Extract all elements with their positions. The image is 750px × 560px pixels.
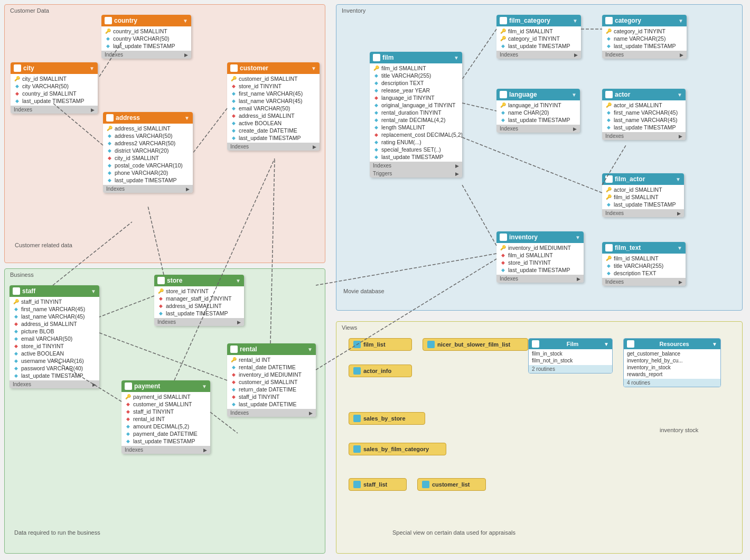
country-arrow[interactable]: ▼	[183, 18, 188, 24]
field-row: 🔑 staff_id TINYINT	[10, 298, 99, 305]
entity-film-actor[interactable]: film_actor ▼ 🔑 actor_id SMALLINT 🔑 film_…	[602, 173, 684, 217]
category-indexes[interactable]: Indexes ▶	[602, 51, 687, 59]
view-staff-list[interactable]: staff_list	[349, 478, 407, 491]
view-actor-info[interactable]: actor_info	[349, 365, 412, 377]
field-row: ◆ active BOOLEAN	[227, 119, 320, 127]
country-indexes[interactable]: Indexes ▶	[101, 51, 191, 59]
view-sales-by-store[interactable]: sales_by_store	[349, 412, 425, 425]
film-text-indexes[interactable]: Indexes ▶	[602, 278, 686, 286]
key-icon: 🔑	[106, 125, 112, 132]
field-row: ◆ last_name VARCHAR(45)	[10, 313, 99, 320]
field-row: ◆ last_update TIMESTAMP	[227, 134, 320, 142]
film-triggers[interactable]: Triggers ▶	[370, 170, 462, 178]
field-row: ◆ last_name VARCHAR(45)	[602, 116, 686, 124]
film-category-arrow[interactable]: ▼	[573, 18, 578, 24]
view-nicer-film-list[interactable]: nicer_but_slower_film_list	[423, 338, 528, 351]
language-arrow[interactable]: ▼	[571, 92, 577, 98]
diamond-icon: ◆	[14, 98, 20, 104]
key-icon: 🔑	[500, 245, 506, 251]
city-indexes[interactable]: Indexes ▶	[11, 106, 98, 114]
actor-arrow[interactable]: ▼	[677, 92, 682, 98]
city-arrow[interactable]: ▼	[89, 66, 95, 71]
rental-indexes[interactable]: Indexes ▶	[227, 409, 316, 417]
routine-resources-icon	[627, 340, 634, 348]
business-section-label: Business	[10, 272, 34, 278]
customer-arrow[interactable]: ▼	[311, 66, 316, 71]
field-row: ◆ rental_date DATETIME	[227, 363, 316, 371]
film-list-view-icon	[353, 341, 361, 348]
entity-actor[interactable]: actor ▼ 🔑 actor_id SMALLINT ◆ first_name…	[602, 89, 686, 140]
diamond-icon: ◆	[500, 117, 506, 123]
film-arrow[interactable]: ▼	[454, 55, 459, 61]
routine-resources-arrow[interactable]: ▼	[712, 341, 717, 347]
film-actor-body: 🔑 actor_id SMALLINT 🔑 film_id SMALLINT ◆…	[602, 185, 684, 209]
language-indexes[interactable]: Indexes ▶	[496, 125, 580, 133]
view-film-list[interactable]: film_list	[349, 338, 412, 351]
diamond-icon: ◆	[230, 401, 237, 407]
film-indexes[interactable]: Indexes ▶	[370, 162, 462, 170]
view-customer-list[interactable]: customer_list	[417, 478, 486, 491]
category-icon	[605, 17, 613, 24]
entity-city-header: city ▼	[11, 62, 98, 74]
store-indexes[interactable]: Indexes ▶	[154, 318, 244, 326]
actor-indexes[interactable]: Indexes ▶	[602, 132, 686, 140]
entity-inventory[interactable]: inventory ▼ 🔑 inventory_id MEDIUMINT ◆ f…	[496, 231, 584, 283]
red-diamond-icon: ◆	[125, 416, 131, 422]
entity-city[interactable]: city ▼ 🔑 city_id SMALLINT ◆ city VARCHAR…	[11, 62, 98, 114]
staff-indexes[interactable]: Indexes ▶	[10, 380, 99, 388]
store-arrow[interactable]: ▼	[236, 278, 241, 284]
views-section-label: Views	[342, 324, 357, 331]
rental-arrow[interactable]: ▼	[307, 347, 313, 352]
field-row: ◆ store_id TINYINT	[496, 259, 584, 266]
diamond-icon: ◆	[106, 170, 112, 176]
category-arrow[interactable]: ▼	[678, 18, 683, 24]
entity-staff[interactable]: staff ▼ 🔑 staff_id TINYINT ◆ first_name …	[10, 285, 99, 388]
field-row: ◆ store_id TINYINT	[227, 82, 320, 90]
diamond-icon: ◆	[106, 162, 112, 169]
entity-payment[interactable]: payment ▼ 🔑 payment_id SMALLINT ◆ custom…	[121, 380, 210, 454]
entity-country[interactable]: country ▼ 🔑 country_id SMALLINT ◆ countr…	[101, 15, 191, 59]
address-arrow[interactable]: ▼	[184, 115, 190, 121]
staff-arrow[interactable]: ▼	[91, 288, 96, 294]
entity-film-text[interactable]: film_text ▼ 🔑 film_id SMALLINT ◆ title V…	[602, 242, 686, 286]
address-indexes[interactable]: Indexes ▶	[103, 185, 193, 193]
entity-customer[interactable]: customer ▼ 🔑 customer_id SMALLINT ◆ stor…	[227, 62, 320, 151]
entity-film[interactable]: film ▼ 🔑 film_id SMALLINT ◆ title VARCHA…	[370, 52, 462, 178]
film-text-arrow[interactable]: ▼	[677, 245, 682, 251]
payment-indexes[interactable]: Indexes ▶	[121, 446, 210, 454]
inventory-indexes[interactable]: Indexes ▶	[496, 275, 584, 283]
view-sales-by-film-category[interactable]: sales_by_film_category	[349, 443, 446, 455]
entity-address[interactable]: address ▼ 🔑 address_id SMALLINT ◆ addres…	[103, 112, 193, 193]
diamond-icon: ◆	[13, 365, 19, 371]
field-row: 🔑 film_id SMALLINT	[496, 27, 581, 35]
routine-film-arrow[interactable]: ▼	[604, 341, 609, 347]
red-diamond-icon: ◆	[500, 252, 506, 258]
entity-store[interactable]: store ▼ 🔑 store_id TINYINT ◆ manager_sta…	[154, 275, 244, 326]
film-actor-indexes[interactable]: Indexes ▶	[602, 209, 684, 217]
diamond-icon: ◆	[373, 80, 379, 86]
film-text-body: 🔑 film_id SMALLINT ◆ title VARCHAR(255) …	[602, 254, 686, 278]
red-diamond-icon: ◆	[230, 371, 237, 378]
diamond-icon: ◆	[605, 117, 612, 123]
field-row: ◆ city VARCHAR(50)	[11, 82, 98, 90]
inventory-arrow[interactable]: ▼	[575, 235, 580, 240]
diamond-icon: ◆	[373, 124, 379, 130]
field-row: ◆ replacement_cost DECIMAL(5,2)	[370, 131, 462, 138]
film-actor-arrow[interactable]: ▼	[676, 176, 681, 182]
customer-indexes[interactable]: Indexes ▶	[227, 143, 320, 151]
entity-rental[interactable]: rental ▼ 🔑 rental_id INT ◆ rental_date D…	[227, 343, 316, 417]
routine-film-box[interactable]: Film ▼ film_in_stock film_not_in_stock 2…	[528, 338, 613, 374]
entity-category[interactable]: category ▼ 🔑 category_id TINYINT ◆ name …	[602, 15, 687, 59]
routine-resources-box[interactable]: Resources ▼ get_customer_balance invento…	[623, 338, 721, 387]
sales-by-film-category-label: sales_by_film_category	[363, 446, 429, 452]
field-row: ◆ create_date DATETIME	[227, 127, 320, 134]
field-row: ◆ city_id SMALLINT	[103, 154, 193, 162]
entity-film-category[interactable]: film_category ▼ 🔑 film_id SMALLINT 🔑 cat…	[496, 15, 581, 59]
entity-rental-header: rental ▼	[227, 343, 316, 355]
key-icon: 🔑	[500, 102, 506, 108]
film-category-indexes[interactable]: Indexes ▶	[496, 51, 581, 59]
field-row: ◆ original_language_id TINYINT	[370, 101, 462, 109]
entity-language[interactable]: language ▼ 🔑 language_id TINYINT ◆ name …	[496, 89, 580, 133]
field-row: ◆ last_update TIMESTAMP	[370, 153, 462, 161]
payment-arrow[interactable]: ▼	[202, 384, 207, 389]
